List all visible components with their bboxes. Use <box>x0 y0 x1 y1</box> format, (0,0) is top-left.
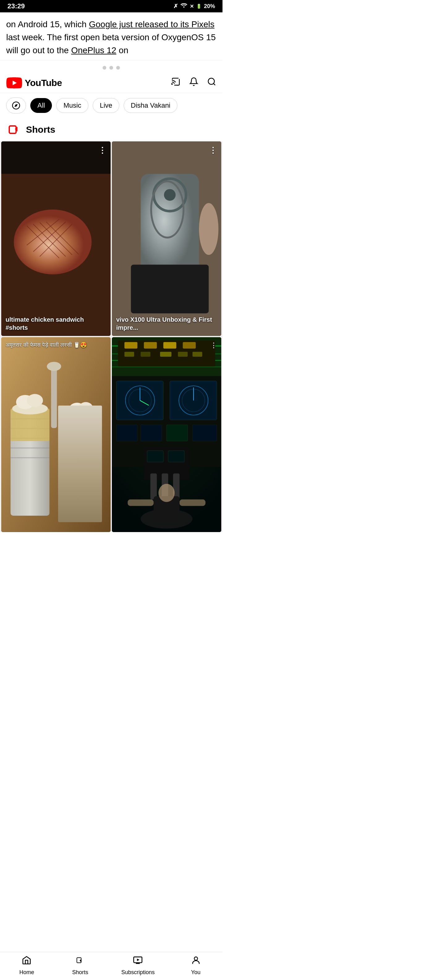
svg-rect-80 <box>150 474 157 500</box>
svg-rect-37 <box>62 444 101 445</box>
svg-rect-58 <box>160 352 171 357</box>
all-chip[interactable]: All <box>30 98 52 113</box>
music-chip[interactable]: Music <box>56 98 88 113</box>
svg-point-44 <box>47 362 61 371</box>
article-text-end: on <box>116 46 128 55</box>
filter-chips-container: All Music Live Disha Vakani <box>0 93 223 118</box>
svg-rect-36 <box>62 434 101 436</box>
svg-rect-78 <box>147 451 163 462</box>
short-title-1: ultimate chicken sandwich #shorts <box>6 315 106 332</box>
search-icon[interactable] <box>207 77 216 89</box>
article-link-oneplus[interactable]: OnePlus 12 <box>71 46 116 55</box>
short-thumbnail-2 <box>112 142 221 336</box>
short-overlay-text-3: अमृतसर की फेमस पेड़े वाली लस्सी 🥛😍 <box>6 342 98 348</box>
svg-rect-16 <box>1 142 111 174</box>
svg-rect-54 <box>163 342 176 348</box>
svg-point-33 <box>27 394 43 407</box>
status-right: ✗ ✕ 🔋 20% <box>173 3 215 10</box>
svg-rect-86 <box>128 500 154 506</box>
battery-level: 20% <box>204 3 215 10</box>
mute-icon: ✕ <box>190 3 194 9</box>
notification-icon[interactable] <box>189 77 198 89</box>
svg-rect-56 <box>125 352 134 357</box>
music-chip-label: Music <box>63 102 81 110</box>
short-thumbnail-4 <box>112 337 221 532</box>
svg-point-1 <box>208 78 214 84</box>
svg-rect-73 <box>116 425 137 441</box>
svg-rect-29 <box>11 457 49 458</box>
article-text-before: on Android 15, which <box>6 19 89 29</box>
svg-marker-4 <box>14 104 17 107</box>
wifi-icon <box>181 3 187 10</box>
svg-rect-55 <box>183 342 196 348</box>
svg-point-40 <box>64 410 100 420</box>
svg-rect-28 <box>11 448 49 449</box>
youtube-header: YouTube <box>0 73 223 93</box>
short-card-4[interactable]: ⋮ <box>112 337 221 532</box>
svg-rect-57 <box>141 352 150 357</box>
short-menu-2[interactable]: ⋮ <box>209 146 217 155</box>
short-card-3[interactable]: ⋮ अमृतसर की फेमस पेड़े वाली लस्सी 🥛😍 <box>1 337 111 532</box>
svg-rect-38 <box>62 454 101 455</box>
short-card-2[interactable]: ⋮ vivo X100 Ultra Unboxing & First impre… <box>112 142 221 336</box>
disha-chip-label: Disha Vakani <box>131 102 170 110</box>
article-banner: on Android 15, which Google just release… <box>0 13 223 60</box>
svg-point-8 <box>14 209 92 274</box>
shorts-grid: ⋮ ultimate chicken sandwich #shorts <box>0 142 223 532</box>
svg-rect-60 <box>193 352 202 357</box>
live-chip[interactable]: Live <box>93 98 119 113</box>
header-action-icons <box>171 77 216 89</box>
svg-point-42 <box>79 402 93 414</box>
disha-chip[interactable]: Disha Vakani <box>124 98 177 113</box>
status-time: 23:29 <box>8 2 25 10</box>
shorts-section-header: Shorts <box>0 118 223 142</box>
svg-rect-18 <box>141 174 199 278</box>
bluetooth-icon: ✗ <box>173 3 178 10</box>
svg-rect-52 <box>125 342 138 348</box>
svg-rect-87 <box>179 500 206 506</box>
live-chip-label: Live <box>100 102 112 110</box>
bottom-spacer <box>0 532 223 563</box>
explore-chip[interactable] <box>6 97 26 113</box>
svg-marker-5 <box>12 128 16 132</box>
svg-point-0 <box>171 84 173 84</box>
youtube-logo[interactable]: YouTube <box>6 77 62 89</box>
shorts-section-title: Shorts <box>26 124 55 135</box>
shorts-logo-icon <box>6 122 21 137</box>
svg-rect-21 <box>131 265 209 313</box>
svg-rect-43 <box>51 363 57 428</box>
svg-rect-59 <box>178 352 188 357</box>
scroll-dot-3 <box>116 66 120 70</box>
svg-rect-39 <box>62 415 101 448</box>
short-thumbnail-1 <box>1 142 111 336</box>
article-link-google[interactable]: Google just released to its Pixels <box>89 19 214 29</box>
cast-icon[interactable] <box>171 77 181 89</box>
svg-line-2 <box>214 84 215 85</box>
svg-rect-53 <box>144 342 157 348</box>
svg-point-22 <box>199 203 219 255</box>
svg-point-20 <box>164 189 176 201</box>
svg-point-19 <box>154 179 186 211</box>
short-thumbnail-3 <box>1 337 111 532</box>
youtube-logo-icon <box>6 77 22 89</box>
scroll-indicator <box>0 60 223 73</box>
scroll-dot-2 <box>109 66 113 70</box>
svg-rect-76 <box>193 425 217 441</box>
svg-point-85 <box>158 484 174 502</box>
status-bar: 23:29 ✗ ✕ 🔋 20% <box>0 0 223 13</box>
short-title-2: vivo X100 Ultra Unboxing & First impre..… <box>116 315 217 332</box>
battery-icon: 🔋 <box>196 4 201 9</box>
svg-rect-79 <box>168 451 184 462</box>
scroll-dot-1 <box>103 66 106 70</box>
short-menu-1[interactable]: ⋮ <box>98 146 106 155</box>
youtube-logo-text: YouTube <box>25 78 62 88</box>
svg-rect-35 <box>62 425 101 426</box>
short-menu-4[interactable]: ⋮ <box>210 342 217 350</box>
short-card-1[interactable]: ⋮ ultimate chicken sandwich #shorts <box>1 142 111 336</box>
status-icons: ✗ ✕ 🔋 20% <box>173 3 215 10</box>
svg-rect-34 <box>62 415 101 515</box>
svg-rect-74 <box>141 425 162 441</box>
svg-rect-50 <box>112 367 221 368</box>
all-chip-label: All <box>37 102 45 110</box>
svg-rect-75 <box>166 425 188 441</box>
